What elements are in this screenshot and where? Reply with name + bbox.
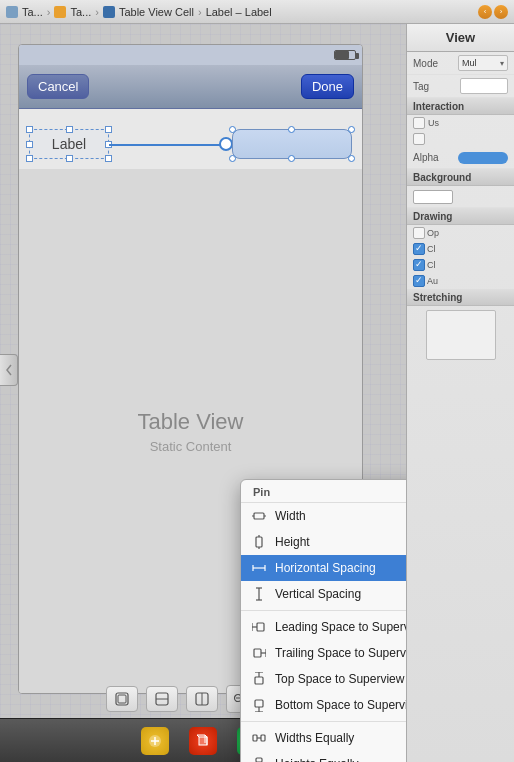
trailing-space-icon (251, 645, 267, 661)
pin-menu-divider-1 (241, 610, 406, 611)
pin-menu-item-widths-equally[interactable]: Widths Equally (241, 725, 406, 751)
bottom-space-icon (251, 697, 267, 713)
mode-label: Mode (413, 58, 438, 69)
panel-section-stretching: Stretching (407, 289, 514, 306)
right-panel: View Mode Mul ▾ Tag Interaction Us (406, 24, 514, 762)
svg-rect-24 (253, 735, 257, 741)
pin-menu-item-top-space[interactable]: Top Space to Superview (241, 666, 406, 692)
interaction-checkbox-1[interactable] (413, 117, 425, 129)
handle-bl (26, 155, 33, 162)
table-view-sublabel: Static Content (150, 439, 232, 454)
pin-menu-item-width[interactable]: Width (241, 503, 406, 529)
top-space-icon (251, 671, 267, 687)
tf-handle-tm (288, 126, 295, 133)
breadcrumb-item-4[interactable]: Label – Label (206, 6, 272, 18)
interaction-checkbox-2[interactable] (413, 133, 425, 145)
drawing-checkbox-c1[interactable] (413, 243, 425, 255)
nav-forward-button[interactable]: › (494, 5, 508, 19)
cube-icon (195, 733, 211, 749)
pin-menu-item-trailing-space[interactable]: Trailing Space to Superview (241, 640, 406, 666)
background-color-swatch[interactable] (413, 190, 453, 204)
drawing-checkbox-op[interactable] (413, 227, 425, 239)
layout-icon-3 (194, 691, 210, 707)
drawing-a-label: Au (427, 276, 438, 286)
heights-equally-icon (251, 756, 267, 762)
add-object-icon (147, 733, 163, 749)
ios-nav-bar: Cancel Done (19, 65, 362, 109)
pin-menu-item-heights-equally[interactable]: Heights Equally (241, 751, 406, 762)
drawing-op-label: Op (427, 228, 439, 238)
pin-item-label-bottom-space: Bottom Space to Superview (275, 698, 406, 712)
panel-tab-header: View (407, 24, 514, 52)
stretching-label: Stretching (413, 292, 462, 303)
drawing-row-4: Au (407, 273, 514, 289)
pin-item-label-leading-space: Leading Space to Superview (275, 620, 406, 634)
panel-row-tag: Tag (407, 75, 514, 98)
pin-item-label-horizontal-spacing: Horizontal Spacing (275, 561, 376, 575)
interaction-row-2 (407, 131, 514, 147)
drawing-row-1: Op (407, 225, 514, 241)
pin-item-label-trailing-space: Trailing Space to Superview (275, 646, 406, 660)
pin-menu-item-bottom-space[interactable]: Bottom Space to Superview (241, 692, 406, 718)
leading-space-icon (251, 619, 267, 635)
pin-menu-item-height[interactable]: Height (241, 529, 406, 555)
done-button[interactable]: Done (301, 74, 354, 99)
pin-item-label-widths-equally: Widths Equally (275, 731, 354, 745)
battery-icon (334, 50, 356, 60)
cancel-button[interactable]: Cancel (27, 74, 89, 99)
breadcrumb-item-2[interactable]: Ta... (70, 6, 91, 18)
svg-rect-27 (256, 758, 262, 762)
drawing-row-3: Cl (407, 257, 514, 273)
tf-handle-br (348, 155, 355, 162)
layout-btn-2[interactable] (146, 686, 178, 712)
nav-back-button[interactable]: ‹ (478, 5, 492, 19)
mode-selector[interactable]: Mul ▾ (458, 55, 508, 71)
vertical-spacing-icon (251, 586, 267, 602)
svg-rect-15 (254, 649, 261, 657)
svg-rect-12 (257, 623, 264, 631)
pin-item-label-vertical-spacing: Vertical Spacing (275, 587, 361, 601)
handle-tr (105, 126, 112, 133)
interaction-label: Interaction (413, 101, 464, 112)
horizontal-spacing-icon (251, 560, 267, 576)
pin-menu-item-leading-space[interactable]: Leading Space to Superview (241, 614, 406, 640)
connector-circle (219, 137, 233, 151)
canvas-area[interactable]: Cancel Done Label (0, 24, 406, 762)
layout-btn-1[interactable] (106, 686, 138, 712)
nav-arrows: ‹ › (478, 5, 508, 19)
breadcrumb-icon-3 (103, 6, 115, 18)
breadcrumb-label-2: Ta... (70, 6, 91, 18)
tf-handle-bl (229, 155, 236, 162)
pin-item-label-width: Width (275, 509, 306, 523)
alpha-label: Alpha (413, 152, 439, 163)
pin-menu-item-horizontal-spacing[interactable]: Horizontal Spacing (241, 555, 406, 581)
stretching-area (407, 306, 514, 364)
drawing-label: Drawing (413, 211, 452, 222)
svg-rect-48 (199, 737, 207, 745)
table-view-label: Table View (138, 409, 244, 435)
panel-section-drawing: Drawing (407, 208, 514, 225)
handle-ml (26, 141, 33, 148)
layout-btn-3[interactable] (186, 686, 218, 712)
left-edge-arrow[interactable] (0, 354, 18, 386)
ui-label-element[interactable]: Label (29, 129, 109, 159)
alpha-slider[interactable] (458, 152, 508, 164)
pin-menu-item-vertical-spacing[interactable]: Vertical Spacing (241, 581, 406, 607)
drawing-checkbox-c2[interactable] (413, 259, 425, 271)
pin-item-label-top-space: Top Space to Superview (275, 672, 404, 686)
drawing-checkbox-a[interactable] (413, 275, 425, 287)
breadcrumb-item-3[interactable]: Table View Cell (119, 6, 194, 18)
ui-textfield-element[interactable] (232, 129, 352, 159)
tf-handle-tl (229, 126, 236, 133)
pin-context-menu: Pin Width Heigh (240, 479, 406, 762)
svg-rect-31 (118, 695, 126, 703)
ios-status-bar (19, 45, 362, 65)
pin-menu-divider-2 (241, 721, 406, 722)
layout-icon-1 (114, 691, 130, 707)
add-object-button[interactable] (141, 727, 169, 755)
breadcrumb-item-1[interactable]: Ta... (22, 6, 43, 18)
tf-handle-bm (288, 155, 295, 162)
stretch-box[interactable] (426, 310, 496, 360)
tag-input[interactable] (460, 78, 508, 94)
object-type-button[interactable] (189, 727, 217, 755)
